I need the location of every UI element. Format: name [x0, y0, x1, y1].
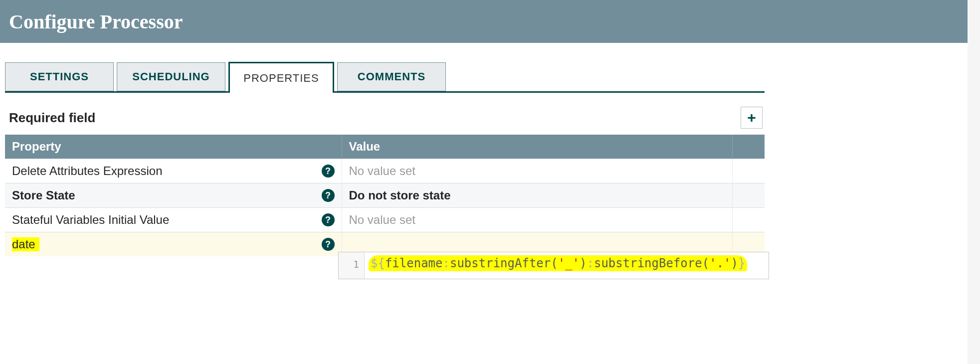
- tab-properties[interactable]: PROPERTIES: [228, 62, 334, 93]
- tab-settings[interactable]: SETTINGS: [5, 62, 114, 91]
- tab-bar: SETTINGS SCHEDULING PROPERTIES COMMENTS: [5, 62, 765, 93]
- properties-table: Property Value Delete Attributes Express…: [5, 135, 765, 256]
- expression-highlight: ${filename:substringAfter('_'):substring…: [369, 255, 747, 271]
- tab-scheduling[interactable]: SCHEDULING: [117, 62, 225, 91]
- properties-panel: Required field + Property Value Delete A…: [5, 93, 765, 256]
- add-property-button[interactable]: +: [741, 107, 763, 129]
- table-row[interactable]: Delete Attributes Expression ? No value …: [5, 159, 765, 183]
- property-name: Stateful Variables Initial Value: [12, 213, 169, 227]
- dialog-title: Configure Processor: [9, 10, 183, 33]
- background-page-sliver: [968, 0, 980, 364]
- dialog-content: SETTINGS SCHEDULING PROPERTIES COMMENTS …: [0, 44, 770, 256]
- plus-icon: +: [747, 109, 756, 126]
- panel-toolbar: Required field +: [5, 107, 765, 135]
- col-property: Property: [5, 135, 342, 159]
- line-number: 1: [353, 258, 359, 270]
- table-row[interactable]: Stateful Variables Initial Value ? No va…: [5, 208, 765, 232]
- property-value: Do not store state: [349, 188, 451, 202]
- property-value-placeholder: No value set: [349, 213, 415, 226]
- table-header-row: Property Value: [5, 135, 765, 159]
- editor-code[interactable]: ${filename:substringAfter('_'):substring…: [365, 252, 769, 279]
- help-icon[interactable]: ?: [322, 189, 335, 202]
- property-name: date: [12, 237, 39, 251]
- help-icon[interactable]: ?: [322, 238, 335, 251]
- expression-editor[interactable]: 1 ${filename:substringAfter('_'):substri…: [338, 252, 769, 279]
- help-icon[interactable]: ?: [322, 213, 335, 226]
- editor-gutter: 1: [339, 252, 365, 279]
- property-value-placeholder: No value set: [349, 164, 415, 178]
- table-row[interactable]: Store State ? Do not store state: [5, 183, 765, 208]
- required-field-label: Required field: [9, 110, 95, 126]
- col-value: Value: [342, 135, 732, 159]
- dialog-header: Configure Processor: [0, 0, 980, 44]
- tab-comments[interactable]: COMMENTS: [337, 62, 446, 91]
- property-name: Store State: [12, 188, 75, 202]
- col-actions: [732, 135, 765, 159]
- property-name: Delete Attributes Expression: [12, 164, 163, 178]
- help-icon[interactable]: ?: [322, 165, 335, 178]
